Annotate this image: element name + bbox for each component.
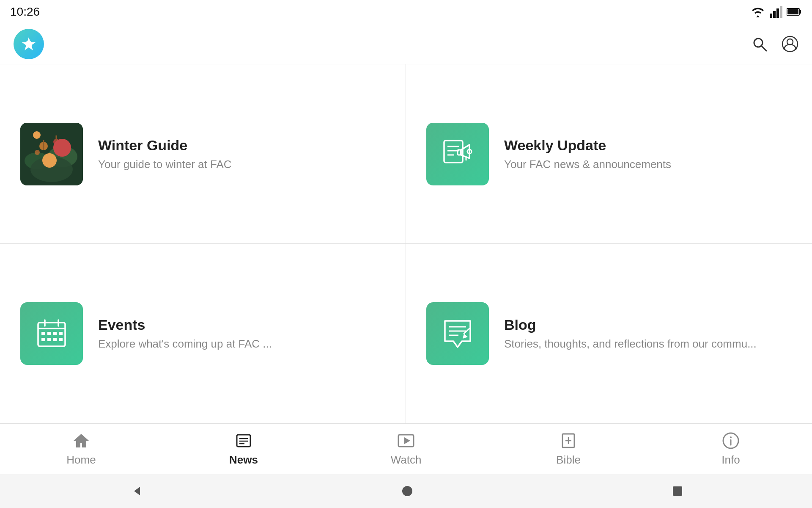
svg-rect-39	[59, 338, 63, 341]
bottom-nav: Home News Watch Bible	[0, 423, 812, 474]
nav-news[interactable]: News	[210, 431, 277, 467]
nav-news-label: News	[229, 453, 258, 467]
svg-point-18	[35, 150, 40, 155]
winter-guide-cell[interactable]: Winter Guide Your guide to winter at FAC	[0, 64, 406, 244]
svg-rect-35	[59, 332, 63, 335]
status-bar: 10:26	[0, 0, 812, 24]
nav-watch-label: Watch	[391, 453, 422, 467]
android-nav-bar	[0, 474, 812, 508]
battery-icon	[787, 7, 802, 17]
events-title: Events	[98, 317, 385, 333]
blog-title: Blog	[504, 317, 792, 333]
android-home-icon	[400, 483, 415, 499]
recents-icon	[671, 485, 684, 497]
svg-marker-50	[404, 437, 410, 444]
back-button[interactable]	[128, 483, 143, 499]
svg-point-19	[60, 148, 65, 152]
events-icon	[20, 302, 83, 365]
svg-rect-2	[776, 8, 779, 18]
svg-rect-1	[773, 11, 776, 18]
nav-info-label: Info	[721, 453, 740, 467]
svg-rect-33	[47, 332, 51, 335]
info-icon	[721, 431, 740, 450]
nav-bible[interactable]: Bible	[535, 431, 602, 467]
main-grid: Winter Guide Your guide to winter at FAC…	[0, 64, 812, 423]
events-subtitle: Explore what's coming up at FAC ...	[98, 337, 385, 351]
weekly-update-cell[interactable]: Weekly Update Your FAC news & announceme…	[406, 64, 812, 244]
blog-icon	[426, 302, 489, 365]
status-time: 10:26	[10, 5, 40, 19]
nav-home[interactable]: Home	[47, 431, 115, 467]
header	[0, 24, 812, 64]
calendar-icon	[35, 317, 69, 351]
winter-guide-icon	[20, 123, 83, 185]
svg-rect-6	[799, 10, 801, 14]
svg-rect-0	[770, 14, 772, 18]
nav-bible-label: Bible	[556, 453, 581, 467]
blog-cell[interactable]: Blog Stories, thoughts, and reflections …	[406, 244, 812, 423]
svg-rect-37	[47, 338, 51, 341]
weekly-update-text: Weekly Update Your FAC news & announceme…	[504, 137, 792, 171]
svg-rect-59	[673, 486, 682, 496]
svg-point-15	[30, 157, 73, 182]
svg-rect-34	[53, 332, 57, 335]
events-text: Events Explore what's coming up at FAC .…	[98, 317, 385, 351]
winter-guide-title: Winter Guide	[98, 137, 385, 154]
search-icon[interactable]	[751, 36, 768, 52]
news-icon	[234, 431, 253, 450]
back-icon	[128, 483, 143, 499]
nav-info[interactable]: Info	[697, 431, 765, 467]
wifi-icon	[750, 6, 765, 18]
svg-rect-3	[780, 6, 782, 18]
recents-button[interactable]	[671, 485, 684, 497]
signal-icon	[770, 6, 782, 18]
app-logo[interactable]	[14, 29, 44, 59]
blog-text: Blog Stories, thoughts, and reflections …	[504, 317, 792, 351]
svg-line-9	[761, 46, 766, 51]
svg-rect-5	[787, 9, 798, 14]
svg-rect-22	[444, 141, 463, 163]
logo-icon	[20, 36, 37, 52]
winter-image	[20, 123, 83, 185]
winter-guide-subtitle: Your guide to winter at FAC	[98, 158, 385, 171]
blog-subtitle: Stories, thoughts, and reflections from …	[504, 337, 792, 351]
nav-home-label: Home	[66, 453, 96, 467]
watch-icon	[397, 431, 415, 450]
home-button[interactable]	[400, 483, 415, 499]
svg-point-56	[730, 436, 732, 438]
svg-marker-44	[463, 334, 468, 339]
winter-guide-text: Winter Guide Your guide to winter at FAC	[98, 137, 385, 171]
status-icons	[750, 6, 802, 18]
svg-rect-38	[53, 338, 57, 341]
weekly-update-icon	[426, 123, 489, 185]
profile-icon[interactable]	[782, 36, 798, 52]
svg-rect-36	[41, 338, 45, 341]
bible-icon	[559, 431, 578, 450]
blog-chat-icon	[441, 317, 475, 351]
svg-rect-32	[41, 332, 45, 335]
weekly-update-subtitle: Your FAC news & announcements	[504, 158, 792, 171]
events-cell[interactable]: Events Explore what's coming up at FAC .…	[0, 244, 406, 423]
announcement-icon	[441, 137, 475, 171]
header-actions	[751, 36, 798, 52]
svg-point-58	[402, 486, 412, 496]
svg-marker-57	[134, 487, 140, 495]
weekly-update-title: Weekly Update	[504, 137, 792, 154]
nav-watch[interactable]: Watch	[372, 431, 440, 467]
home-icon	[72, 431, 91, 450]
